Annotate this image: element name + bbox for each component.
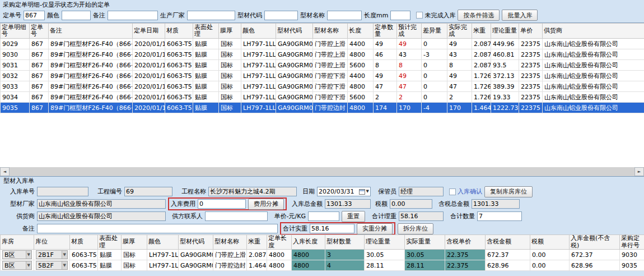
grid-cell[interactable]: 9033 bbox=[1, 81, 30, 92]
grid-cell[interactable]: 1.464 bbox=[247, 260, 267, 271]
grid-cell[interactable]: 9032 bbox=[1, 71, 30, 81]
tax-input[interactable] bbox=[390, 199, 432, 209]
grid-cell[interactable]: 国标 bbox=[122, 250, 147, 260]
grid-cell[interactable]: 6063-T5 bbox=[70, 250, 98, 260]
grid-cell[interactable]: 国标 bbox=[122, 260, 147, 271]
supplier-contact-input[interactable] bbox=[205, 211, 268, 221]
grid-cell[interactable]: 389.39 bbox=[491, 81, 519, 92]
grid-cell[interactable]: 山东南山铝业股份有限公司 bbox=[543, 39, 644, 49]
grid-cell[interactable]: 1.726 bbox=[472, 71, 491, 81]
grid-cell[interactable]: 2.087 bbox=[472, 39, 491, 49]
grid-cell[interactable]: 门带腔上滑 bbox=[313, 60, 348, 71]
table-row[interactable]: B区▼5B2F▼6063-T5贴膜国标LH797-1LL0GA90GRM05门带… bbox=[1, 260, 644, 271]
grid-cell[interactable]: 贴膜 bbox=[98, 260, 122, 271]
grid-cell[interactable]: 贴膜 bbox=[98, 250, 122, 260]
supplier-input[interactable] bbox=[37, 211, 166, 221]
column-header[interactable]: 表面处理 bbox=[98, 235, 122, 250]
actual-weight-apportion-button[interactable]: 实重分摊 bbox=[357, 223, 393, 234]
grid-cell[interactable]: 460.81 bbox=[491, 49, 519, 60]
grid-cell[interactable]: 0 bbox=[422, 81, 447, 92]
grid-cell[interactable]: 2020/01/13 bbox=[133, 39, 165, 49]
grid-cell[interactable]: LH797-1LL0 bbox=[147, 260, 179, 271]
column-header[interactable]: 入库金额(不含税) bbox=[570, 235, 620, 250]
confirm-checkbox-group[interactable]: 入库确认 bbox=[449, 187, 482, 196]
grid-cell[interactable]: 19.33 bbox=[491, 92, 519, 103]
column-header[interactable]: 定单数量 bbox=[374, 24, 397, 39]
grid-cell[interactable]: 门带腔边封 bbox=[313, 103, 348, 113]
grid-cell[interactable]: B区▼ bbox=[1, 250, 34, 260]
calendar-icon[interactable] bbox=[359, 189, 365, 195]
grid-cell[interactable]: 国标 bbox=[219, 92, 241, 103]
grid-cell[interactable]: 30.05 bbox=[365, 250, 405, 260]
grid-cell[interactable]: 22375 bbox=[519, 92, 543, 103]
grid-cell[interactable]: 3 bbox=[325, 250, 365, 260]
grid-cell[interactable]: 174 bbox=[374, 103, 397, 113]
grid-cell[interactable]: 贴膜 bbox=[193, 92, 219, 103]
grid-cell[interactable]: LH797-1LL0 bbox=[241, 81, 276, 92]
filter-profile-name-input[interactable] bbox=[327, 11, 362, 20]
grid-cell[interactable]: 2 bbox=[397, 92, 422, 103]
grid-cell[interactable]: 28.11 bbox=[365, 260, 405, 271]
grid-cell[interactable]: 山东南山铝业股份有限公司 bbox=[543, 92, 644, 103]
grid-cell[interactable]: 4800 bbox=[348, 81, 374, 92]
grid-cell[interactable]: LH797-1LL0 bbox=[241, 60, 276, 71]
grid-cell[interactable]: 国标 bbox=[219, 103, 241, 113]
grid-cell[interactable]: 山东南山铝业股份有限公司 bbox=[543, 49, 644, 60]
grid-cell[interactable]: 贴膜 bbox=[193, 103, 219, 113]
grid-cell[interactable]: LH797-1LL0 bbox=[147, 250, 179, 260]
grid-cell[interactable]: 22375 bbox=[519, 81, 543, 92]
grid-cell[interactable]: 49 bbox=[447, 71, 472, 81]
grid-cell[interactable]: -3 bbox=[422, 49, 447, 60]
grid-cell[interactable]: 门带腔上滑 bbox=[213, 250, 247, 260]
combo-select[interactable]: B区▼ bbox=[2, 261, 32, 270]
grid-cell[interactable]: 1.726 bbox=[472, 92, 491, 103]
grid-cell[interactable]: 22375 bbox=[519, 103, 543, 113]
grid-cell[interactable]: 6063-T5 bbox=[165, 71, 193, 81]
grid-cell[interactable]: 贴膜 bbox=[193, 39, 219, 49]
grid-cell[interactable]: 867 bbox=[30, 71, 49, 81]
grid-cell[interactable]: 22375 bbox=[519, 49, 543, 60]
filter-color-input[interactable] bbox=[62, 11, 91, 20]
grid-cell[interactable]: 4800 bbox=[267, 250, 292, 260]
column-header[interactable]: 理论重量 bbox=[365, 235, 405, 250]
grid-cell[interactable]: -4 bbox=[422, 103, 447, 113]
grid-cell[interactable]: 22375 bbox=[519, 39, 543, 49]
grid-cell[interactable]: 22.375 bbox=[445, 250, 486, 260]
copy-warehouse-location-button[interactable]: 复制库房库位 bbox=[484, 186, 533, 197]
grid-cell[interactable]: LH797-1LL0 bbox=[241, 103, 276, 113]
grid-cell[interactable]: 山东南山铝业股份有限公司 bbox=[543, 60, 644, 71]
grid-cell[interactable]: 山东南山铝业股份有限公司 bbox=[543, 71, 644, 81]
grid-cell[interactable]: 46 bbox=[374, 49, 397, 60]
scroll-left-icon[interactable]: ◄ bbox=[0, 167, 10, 176]
grid-cell[interactable]: 867 bbox=[30, 92, 49, 103]
grid-cell[interactable]: 8 bbox=[374, 60, 397, 71]
grid-cell[interactable]: 49 bbox=[447, 39, 472, 49]
grid-cell[interactable]: GA90GRM04 bbox=[276, 71, 313, 81]
unfinished-checkbox-group[interactable]: 未完成入库 bbox=[416, 11, 455, 20]
grid-cell[interactable]: 170 bbox=[447, 103, 472, 113]
grid-cell[interactable]: 89#门框型材F26-F40（866+867） bbox=[49, 49, 133, 60]
grid-cell[interactable]: GA90GRM03 bbox=[179, 250, 213, 260]
grid-cell[interactable]: 93.5 bbox=[491, 60, 519, 71]
grid-cell[interactable]: 0 bbox=[422, 39, 447, 49]
filter-manufacturer-input[interactable] bbox=[187, 11, 235, 20]
filter-order-no-input[interactable] bbox=[24, 11, 45, 20]
total-with-tax-input[interactable] bbox=[472, 199, 520, 209]
column-header[interactable]: 理论重量 bbox=[491, 24, 519, 39]
grid-cell[interactable]: GA90GRM05 bbox=[276, 103, 313, 113]
column-header[interactable]: 型材名称 bbox=[213, 235, 247, 250]
combo-select[interactable]: B区▼ bbox=[2, 250, 32, 259]
grid-cell[interactable]: 89#门框型材F26-F40（866+867） bbox=[49, 39, 133, 49]
grid-cell[interactable]: 门带腔上滑 bbox=[313, 39, 348, 49]
grid-cell[interactable]: 867 bbox=[30, 39, 49, 49]
column-header[interactable]: 型材代码 bbox=[276, 24, 313, 39]
grid-cell[interactable]: 2.087 bbox=[472, 49, 491, 60]
column-header[interactable]: 供货商 bbox=[543, 24, 644, 39]
column-header[interactable]: 米重 bbox=[247, 235, 267, 250]
grid-cell[interactable]: 2020/01/13 bbox=[133, 81, 165, 92]
project-no-input[interactable] bbox=[124, 187, 172, 196]
reset-button[interactable]: 重置 bbox=[342, 211, 365, 222]
grid-cell[interactable]: 2020/01/13 bbox=[133, 60, 165, 71]
grid-cell[interactable]: 9035 bbox=[620, 260, 644, 271]
scrollbar-track[interactable] bbox=[10, 167, 634, 176]
